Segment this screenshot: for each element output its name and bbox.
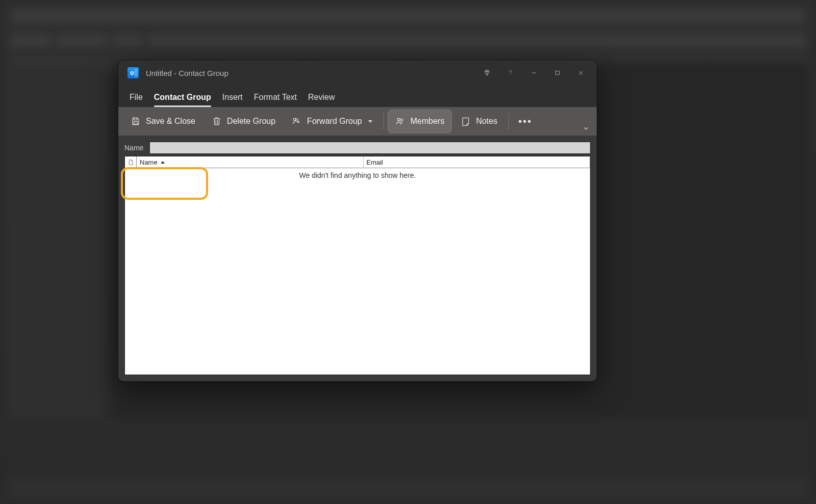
- trash-icon: [212, 116, 222, 126]
- notes-button[interactable]: Notes: [453, 110, 504, 132]
- ribbon-collapse-chevron-icon[interactable]: [582, 125, 590, 134]
- svg-point-0: [511, 74, 511, 75]
- tab-review[interactable]: Review: [308, 93, 335, 107]
- list-header: Name Email: [125, 156, 590, 168]
- help-button[interactable]: [499, 63, 522, 83]
- members-icon: [395, 116, 405, 126]
- document-icon: [128, 158, 134, 166]
- forward-group-label: Forward Group: [307, 117, 362, 126]
- members-label: Members: [411, 117, 445, 126]
- group-name-input[interactable]: [149, 142, 591, 154]
- notes-label: Notes: [476, 117, 497, 126]
- empty-state-text: We didn't find anything to show here.: [125, 168, 590, 179]
- tab-insert[interactable]: Insert: [222, 93, 243, 107]
- column-header-email[interactable]: Email: [364, 156, 591, 168]
- forward-group-button[interactable]: Forward Group: [285, 110, 379, 132]
- tab-file[interactable]: File: [130, 93, 143, 107]
- svg-point-10: [397, 118, 400, 121]
- minimize-button[interactable]: [522, 63, 546, 83]
- titlebar: o Untitled - Contact Group: [118, 60, 597, 86]
- outlook-app-icon: o: [128, 67, 139, 78]
- svg-point-11: [400, 119, 403, 121]
- maximize-button[interactable]: [546, 63, 569, 83]
- delete-group-button[interactable]: Delete Group: [205, 110, 283, 132]
- svg-rect-5: [134, 122, 138, 124]
- members-button[interactable]: Members: [388, 110, 452, 132]
- column-header-name[interactable]: Name: [137, 156, 364, 168]
- svg-rect-2: [556, 71, 559, 75]
- ribbon: Save & Close Delete Group Forward Group …: [118, 107, 597, 136]
- delete-group-label: Delete Group: [227, 117, 275, 126]
- close-button[interactable]: [569, 63, 593, 83]
- tab-format-text[interactable]: Format Text: [254, 93, 297, 107]
- premium-diamond-icon[interactable]: [475, 63, 499, 83]
- members-list: Name Email We didn't find anything to sh…: [124, 156, 591, 375]
- ribbon-tabs: File Contact Group Insert Format Text Re…: [118, 86, 597, 107]
- save-and-close-label: Save & Close: [146, 117, 195, 126]
- contact-group-window: o Untitled - Contact Group File Contact …: [118, 60, 597, 381]
- save-and-close-button[interactable]: Save & Close: [123, 110, 202, 132]
- window-body: Name Name Email We didn't find anything …: [118, 136, 597, 381]
- forward-icon: [292, 116, 302, 126]
- name-label: Name: [124, 144, 143, 152]
- row-icon-column: [125, 156, 137, 168]
- name-row: Name: [124, 142, 591, 154]
- notes-icon: [461, 116, 471, 126]
- window-title: Untitled - Contact Group: [146, 69, 228, 77]
- tab-contact-group[interactable]: Contact Group: [154, 93, 211, 107]
- ribbon-divider: [384, 113, 384, 130]
- ribbon-more-button[interactable]: •••: [513, 110, 537, 132]
- save-icon: [131, 116, 141, 126]
- ribbon-divider-2: [508, 113, 509, 130]
